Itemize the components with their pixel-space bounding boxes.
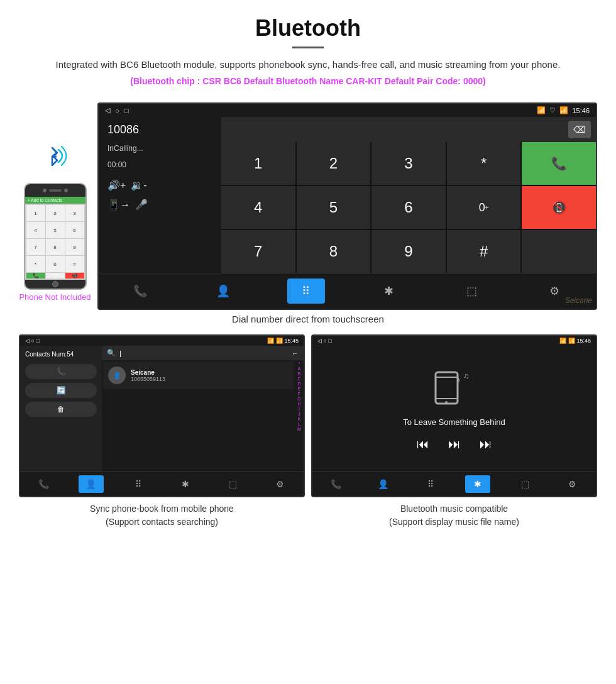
bottom-row: ◁ ○ □ 📶 📶 15:45 Contacts Num:54 📞 — [0, 334, 616, 529]
cnav-bluetooth[interactable]: ✱ — [173, 475, 198, 493]
nav-bluetooth[interactable]: ✱ — [370, 279, 407, 304]
sync-action-button[interactable]: 🔄 — [25, 383, 97, 398]
key-star[interactable]: * — [447, 142, 521, 185]
contact-entry-seicane[interactable]: 👤 Seicane 10655059113 — [103, 361, 294, 389]
page-header: Bluetooth Integrated with BC6 Bluetooth … — [0, 0, 616, 96]
nav-dialpad[interactable]: ⠿ — [287, 279, 325, 304]
music-skip-fwd[interactable]: ⏭ — [480, 437, 492, 451]
status-bar-left: ◁ ○ □ — [105, 106, 128, 114]
delete-action-button[interactable]: 🗑 — [25, 402, 97, 417]
mnav-dialpad[interactable]: ⠿ — [418, 475, 443, 493]
key-6[interactable]: 6 — [371, 186, 446, 229]
call-button[interactable]: 📞 — [522, 142, 596, 185]
contacts-screen[interactable]: ◁ ○ □ 📶 📶 15:45 Contacts Num:54 📞 — [19, 334, 305, 497]
key-8[interactable]: 8 — [297, 230, 371, 273]
mnav-transfer[interactable]: ⬚ — [512, 475, 537, 493]
contacts-signal-icon: 📶 — [267, 338, 274, 344]
nav-contacts[interactable]: 👤 — [204, 279, 242, 304]
contacts-search-bar[interactable]: 🔍 | ← — [102, 346, 304, 360]
mic-icon[interactable]: 🎤 — [135, 199, 148, 211]
contact-avatar: 👤 — [108, 367, 126, 384]
music-back-icon: ◁ — [317, 338, 322, 344]
volume-up-icon[interactable]: 🔊+ — [107, 179, 126, 191]
mnav-settings[interactable]: ⚙ — [559, 475, 585, 493]
alpha-h: H — [297, 402, 300, 406]
nav-calls[interactable]: 📞 — [121, 279, 159, 304]
cnav-transfer[interactable]: ⬚ — [220, 475, 245, 493]
alpha-e: E — [298, 387, 301, 391]
key-5[interactable]: 5 — [297, 186, 371, 229]
alpha-m: M — [297, 427, 301, 431]
signal-icon: 📶 — [537, 106, 546, 114]
svg-text:♪: ♪ — [456, 375, 461, 385]
page-wrapper: Bluetooth Integrated with BC6 Bluetooth … — [0, 0, 616, 529]
alpha-d: D — [297, 382, 300, 386]
phone-sensor — [64, 189, 68, 192]
contacts-count: Contacts Num:54 — [25, 351, 97, 358]
dialer-phone-controls: 📱→ 🎤 — [107, 199, 212, 211]
phone-add-contact-label: + Add to Contacts — [28, 198, 62, 202]
key-empty — [522, 230, 596, 273]
watermark: Seicane — [565, 296, 592, 305]
phone-screen: + Add to Contacts 1 2 3 4 5 6 7 8 9 * 0 — [25, 197, 85, 280]
music-caption-line1: Bluetooth music compatible — [389, 502, 519, 516]
title-underline — [292, 47, 324, 48]
svg-point-4 — [445, 401, 448, 404]
mnav-calls[interactable]: 📞 — [324, 475, 349, 493]
contacts-search-icon: 🔍 — [107, 349, 116, 357]
transfer-icon[interactable]: 📱→ — [107, 199, 130, 211]
contacts-wifi-icon: 📶 — [276, 338, 283, 344]
page-specs: (Bluetooth chip : CSR BC6 Default Blueto… — [38, 76, 578, 86]
phone-key-8: 8 — [46, 239, 65, 255]
alpha-f: F — [298, 392, 300, 396]
music-item: ◁ ○ □ 📶 📶 15:46 — [311, 334, 597, 529]
key-9[interactable]: 9 — [371, 230, 446, 273]
contacts-caption: Sync phone-book from mobile phone (Suppo… — [90, 502, 234, 529]
key-2[interactable]: 2 — [297, 142, 371, 185]
contact-info: Seicane 10655059113 — [131, 369, 165, 382]
keypad-input-row: ⌫ — [221, 117, 596, 142]
contacts-back-icon: ◁ — [25, 338, 30, 344]
key-7[interactable]: 7 — [221, 230, 295, 273]
nav-transfer[interactable]: ⬚ — [453, 279, 490, 304]
mnav-contacts[interactable]: 👤 — [371, 475, 396, 493]
end-call-button[interactable]: 📵 — [522, 186, 596, 229]
car-main-screen[interactable]: ◁ ○ □ 📶 ♡ 📶 15:46 10086 InCalling... 00:… — [97, 102, 597, 310]
music-caption-line2: (Support display music file name) — [389, 516, 519, 529]
phone-home-button — [52, 281, 58, 287]
volume-down-icon[interactable]: 🔉- — [131, 179, 146, 191]
contacts-list-area: 👤 Seicane 10655059113 * A — [102, 360, 304, 433]
music-skip-back[interactable]: ⏮ — [417, 437, 429, 451]
phone-key-5: 5 — [46, 222, 65, 238]
alpha-i: I — [299, 407, 300, 411]
alphabet-bar[interactable]: * A B C D E F G H I J K — [295, 360, 304, 433]
phone-camera — [43, 189, 47, 192]
key-0plus[interactable]: 0+ — [447, 186, 521, 229]
contacts-home-icon: ○ — [31, 338, 35, 344]
cnav-contacts[interactable]: 👤 — [79, 475, 104, 493]
recents-icon: □ — [124, 107, 129, 114]
music-time: 15:46 — [576, 338, 591, 344]
phone-key-end: 📵 — [65, 273, 84, 279]
key-hash[interactable]: # — [447, 230, 521, 273]
call-action-button[interactable]: 📞 — [25, 364, 97, 379]
keypad-grid: 1 2 3 * 📞 4 5 6 0+ 📵 7 8 9 # — [221, 142, 596, 273]
phone-key-6: 6 — [65, 222, 84, 238]
key-4[interactable]: 4 — [221, 186, 295, 229]
music-screen[interactable]: ◁ ○ □ 📶 📶 15:46 — [311, 334, 597, 497]
music-play-pause[interactable]: ⏭ — [448, 437, 461, 451]
phone-device-mock: + Add to Contacts 1 2 3 4 5 6 7 8 9 * 0 — [24, 183, 87, 290]
cnav-calls[interactable]: 📞 — [31, 475, 57, 493]
cnav-dialpad[interactable]: ⠿ — [126, 475, 151, 493]
location-icon: ♡ — [549, 106, 556, 114]
cnav-settings[interactable]: ⚙ — [267, 475, 292, 493]
backspace-button[interactable]: ⌫ — [568, 121, 591, 138]
contacts-item: ◁ ○ □ 📶 📶 15:45 Contacts Num:54 📞 — [19, 334, 305, 529]
key-3[interactable]: 3 — [371, 142, 446, 185]
phone-speaker — [49, 189, 62, 192]
key-1[interactable]: 1 — [221, 142, 295, 185]
mnav-bluetooth[interactable]: ✱ — [465, 475, 490, 493]
back-icon: ◁ — [105, 106, 110, 114]
contact-number: 10655059113 — [131, 376, 165, 382]
phone-key-0: 0 — [46, 256, 65, 272]
